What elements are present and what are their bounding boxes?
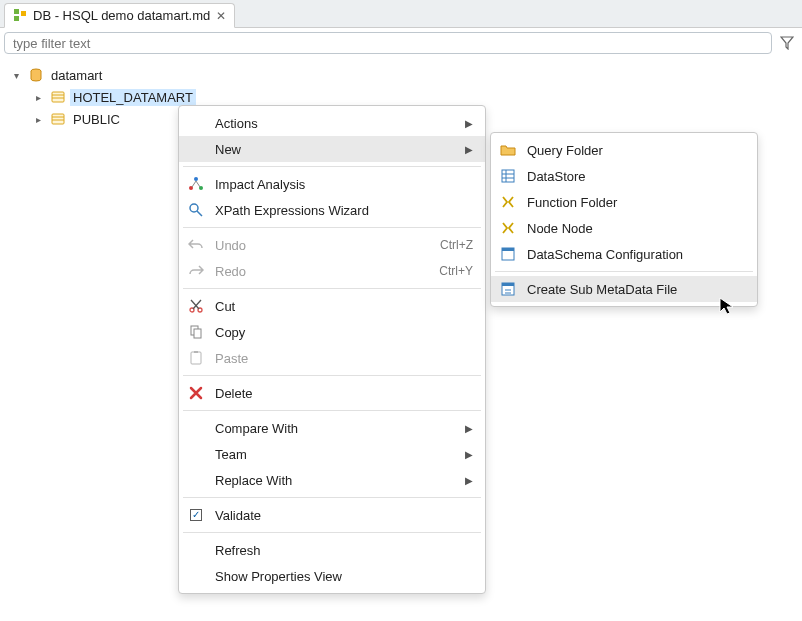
svg-point-13 bbox=[190, 204, 198, 212]
menu-separator bbox=[183, 375, 481, 376]
menu-item-shortcut: Ctrl+Y bbox=[439, 264, 473, 278]
ctx-undo: UndoCtrl+Z bbox=[179, 232, 485, 258]
menu-item-label: DataSchema Configuration bbox=[527, 247, 745, 262]
svg-line-14 bbox=[197, 211, 202, 216]
folder-icon bbox=[499, 141, 517, 159]
new-dataschema-configuration[interactable]: DataSchema Configuration bbox=[491, 241, 757, 267]
new-function-folder[interactable]: Function Folder bbox=[491, 189, 757, 215]
menu-item-label: Compare With bbox=[215, 421, 455, 436]
menu-separator bbox=[495, 271, 753, 272]
redo-icon bbox=[187, 262, 205, 280]
svg-rect-19 bbox=[191, 352, 201, 364]
metafile-icon bbox=[499, 280, 517, 298]
svg-rect-26 bbox=[502, 248, 514, 251]
chevron-right-icon: ▶ bbox=[465, 423, 473, 434]
chevron-right-icon: ▶ bbox=[465, 475, 473, 486]
ctx-show-properties-view[interactable]: Show Properties View bbox=[179, 563, 485, 589]
chevron-right-icon[interactable]: ▸ bbox=[30, 111, 46, 127]
menu-separator bbox=[183, 532, 481, 533]
editor-tab-title: DB - HSQL demo datamart.md bbox=[33, 8, 210, 23]
schema-icon bbox=[50, 111, 66, 127]
menu-item-label: Delete bbox=[215, 386, 473, 401]
ctx-team[interactable]: Team▶ bbox=[179, 441, 485, 467]
menu-item-label: Validate bbox=[215, 508, 473, 523]
tree-item-label: PUBLIC bbox=[70, 111, 123, 128]
tree-item-label: HOTEL_DATAMART bbox=[70, 89, 196, 106]
menu-item-label: DataStore bbox=[527, 169, 745, 184]
chevron-right-icon: ▶ bbox=[465, 144, 473, 155]
svg-rect-1 bbox=[21, 11, 26, 16]
copy-icon bbox=[187, 323, 205, 341]
blank-icon bbox=[187, 471, 205, 489]
filter-funnel-icon[interactable] bbox=[776, 32, 798, 54]
ctx-impact-analysis[interactable]: Impact Analysis bbox=[179, 171, 485, 197]
ctx-new[interactable]: New▶ bbox=[179, 136, 485, 162]
funcfolder-icon bbox=[499, 193, 517, 211]
ctx-actions[interactable]: Actions▶ bbox=[179, 110, 485, 136]
paste-icon bbox=[187, 349, 205, 367]
menu-item-shortcut: Ctrl+Z bbox=[440, 238, 473, 252]
delete-icon bbox=[187, 384, 205, 402]
blank-icon bbox=[187, 114, 205, 132]
datastore-icon bbox=[499, 167, 517, 185]
ctx-delete[interactable]: Delete bbox=[179, 380, 485, 406]
ctx-cut[interactable]: Cut bbox=[179, 293, 485, 319]
menu-item-label: Function Folder bbox=[527, 195, 745, 210]
new-node-node[interactable]: Node Node bbox=[491, 215, 757, 241]
blank-icon bbox=[187, 140, 205, 158]
ctx-compare-with[interactable]: Compare With▶ bbox=[179, 415, 485, 441]
editor-tab[interactable]: DB - HSQL demo datamart.md ✕ bbox=[4, 3, 235, 28]
menu-item-label: Impact Analysis bbox=[215, 177, 473, 192]
blank-icon bbox=[187, 567, 205, 585]
new-query-folder[interactable]: Query Folder bbox=[491, 137, 757, 163]
undo-icon bbox=[187, 236, 205, 254]
menu-item-label: Show Properties View bbox=[215, 569, 473, 584]
svg-rect-7 bbox=[52, 114, 64, 124]
ctx-refresh[interactable]: Refresh bbox=[179, 537, 485, 563]
filter-input[interactable] bbox=[4, 32, 772, 54]
menu-separator bbox=[183, 227, 481, 228]
chevron-right-icon: ▶ bbox=[465, 449, 473, 460]
ctx-replace-with[interactable]: Replace With▶ bbox=[179, 467, 485, 493]
close-icon[interactable]: ✕ bbox=[216, 9, 226, 23]
new-create-sub-metadata-file[interactable]: Create Sub MetaData File bbox=[491, 276, 757, 302]
cut-icon bbox=[187, 297, 205, 315]
tree-root-label: datamart bbox=[48, 67, 105, 84]
menu-separator bbox=[183, 166, 481, 167]
menu-item-label: Cut bbox=[215, 299, 473, 314]
menu-item-label: Node Node bbox=[527, 221, 745, 236]
tab-bar: DB - HSQL demo datamart.md ✕ bbox=[0, 0, 802, 28]
ctx-redo: RedoCtrl+Y bbox=[179, 258, 485, 284]
ctx-copy[interactable]: Copy bbox=[179, 319, 485, 345]
context-menu: Actions▶New▶Impact AnalysisXPath Express… bbox=[178, 105, 486, 594]
menu-item-label: Create Sub MetaData File bbox=[527, 282, 745, 297]
config-icon bbox=[499, 245, 517, 263]
tree-root-row[interactable]: ▾ datamart bbox=[8, 64, 802, 86]
menu-item-label: Query Folder bbox=[527, 143, 745, 158]
chevron-right-icon: ▶ bbox=[465, 118, 473, 129]
svg-point-10 bbox=[194, 177, 198, 181]
chevron-right-icon[interactable]: ▸ bbox=[30, 89, 46, 105]
svg-rect-2 bbox=[14, 9, 19, 14]
menu-item-label: Replace With bbox=[215, 473, 455, 488]
svg-rect-18 bbox=[194, 329, 201, 338]
new-datastore[interactable]: DataStore bbox=[491, 163, 757, 189]
chevron-down-icon[interactable]: ▾ bbox=[8, 67, 24, 83]
menu-item-label: Refresh bbox=[215, 543, 473, 558]
ctx-xpath-expressions-wizard[interactable]: XPath Expressions Wizard bbox=[179, 197, 485, 223]
search-icon bbox=[187, 201, 205, 219]
menu-item-label: Redo bbox=[215, 264, 429, 279]
svg-rect-28 bbox=[502, 283, 514, 286]
blank-icon bbox=[187, 541, 205, 559]
context-submenu-new: Query FolderDataStoreFunction FolderNode… bbox=[490, 132, 758, 307]
menu-separator bbox=[183, 288, 481, 289]
menu-separator bbox=[183, 497, 481, 498]
node-icon bbox=[499, 219, 517, 237]
database-icon bbox=[13, 9, 27, 23]
svg-rect-0 bbox=[14, 16, 19, 21]
ctx-validate[interactable]: ✓Validate bbox=[179, 502, 485, 528]
schema-icon bbox=[50, 89, 66, 105]
ctx-paste: Paste bbox=[179, 345, 485, 371]
blank-icon bbox=[187, 445, 205, 463]
blank-icon bbox=[187, 419, 205, 437]
